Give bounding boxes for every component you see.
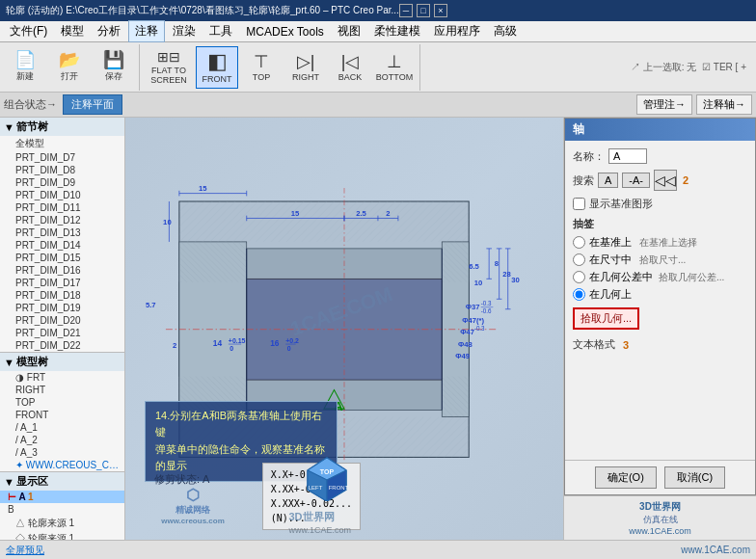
menu-analysis[interactable]: 分析: [92, 21, 126, 41]
radio-dimension[interactable]: [573, 253, 585, 266]
display-label[interactable]: 显示基准图形: [589, 197, 653, 211]
back-view-button[interactable]: |◁ BACK: [329, 46, 371, 89]
menu-view[interactable]: 视图: [332, 21, 366, 41]
radio-sub-1: 在基准上选择: [639, 236, 697, 250]
dim-d12[interactable]: PRT_DIM_D12: [0, 214, 124, 226]
front-item[interactable]: FRONT: [0, 409, 124, 421]
display-section: ▼ 显示区 ⊢ A 1 B △ 轮廓来源 1 ◇ 轮廓来源 1 ◇ 轮廓来源 2…: [0, 472, 124, 540]
menu-tools[interactable]: 工具: [203, 21, 238, 41]
status-left[interactable]: 全屏预见: [6, 544, 44, 557]
svg-rect-10: [179, 242, 247, 282]
frt-item[interactable]: ◑ FRT: [0, 371, 124, 384]
svg-text:15: 15: [291, 209, 300, 218]
dim-d11[interactable]: PRT_DIM_D11: [0, 201, 124, 214]
radio-baseline[interactable]: [573, 236, 585, 249]
open-button[interactable]: 📂 打开: [48, 46, 91, 89]
dim-d18[interactable]: PRT_DIM_D18: [0, 289, 124, 302]
svg-text:LEFT: LEFT: [309, 485, 323, 491]
svg-text:2: 2: [386, 209, 390, 218]
annotation-plane-button[interactable]: 注释平面: [63, 94, 122, 115]
svg-text:30: 30: [511, 276, 520, 284]
geometry-pick-button[interactable]: 拾取几何...: [573, 307, 639, 330]
dim-d21[interactable]: PRT_DIM_D21: [0, 327, 124, 339]
menu-annotation[interactable]: 注释: [128, 20, 165, 42]
display-header[interactable]: ▼ 显示区: [0, 472, 124, 491]
dim-d15[interactable]: PRT_DIM_D15: [0, 252, 124, 264]
menu-flex[interactable]: 柔性建模: [368, 21, 426, 41]
new-icon: 📄: [14, 51, 36, 68]
menu-advanced[interactable]: 高级: [488, 21, 523, 41]
radio-tolerance[interactable]: [573, 271, 585, 283]
model-tree-section: ▼ 模型树 ◑ FRT RIGHT TOP FRONT / A_1 / A_2 …: [0, 353, 124, 472]
title-text: 轮廓 (活动的) E:\Creo工作目录\工作文件\0728\看图练习_轮廓\轮…: [6, 4, 399, 17]
menu-file[interactable]: 文件(F): [4, 21, 53, 41]
axis-a-item[interactable]: ⊢ A 1: [0, 491, 124, 503]
maximize-button[interactable]: □: [417, 4, 430, 17]
dim-d10[interactable]: PRT_DIM_D10: [0, 189, 124, 201]
axis-b-item[interactable]: B: [0, 503, 124, 516]
save-button[interactable]: 💾 保存: [93, 46, 135, 89]
source2-item[interactable]: ◇ 轮廓来源 1: [0, 531, 124, 540]
text-format-label: 文本格式: [573, 337, 615, 352]
all-models-item[interactable]: 全模型: [0, 136, 124, 151]
a3-item[interactable]: / A_3: [0, 446, 124, 459]
dim-d17[interactable]: PRT_DIM_D17: [0, 277, 124, 289]
svg-text:0: 0: [287, 345, 291, 352]
front-view-button[interactable]: ◧ FRONT: [196, 46, 238, 89]
ok-button[interactable]: 确定(O): [595, 466, 657, 489]
dim-d7[interactable]: PRT_DIM_D7: [0, 151, 124, 164]
checkbox-row: 显示基准图形: [573, 197, 747, 211]
menu-model[interactable]: 模型: [55, 21, 90, 41]
new-button[interactable]: 📄 新建: [4, 46, 46, 89]
dim-d22[interactable]: PRT_DIM_D22: [0, 339, 124, 352]
search-btn-dash[interactable]: -A-: [622, 173, 650, 188]
annotation-tree-header[interactable]: ▼ 箭节树: [0, 118, 124, 136]
toolbar-right-status: ☑ TER [ +: [702, 62, 746, 72]
source1-item[interactable]: △ 轮廓来源 1: [0, 516, 124, 531]
bottom-icon: ⊥: [387, 53, 402, 70]
menu-mcadex[interactable]: MCADEx Tools: [240, 23, 329, 40]
right-item[interactable]: RIGHT: [0, 384, 124, 396]
search-btn-a[interactable]: A: [598, 173, 618, 188]
menu-render[interactable]: 渲染: [167, 21, 202, 41]
svg-text:0: 0: [230, 345, 233, 352]
close-button[interactable]: ×: [434, 4, 447, 17]
top-icon: ⊤: [254, 53, 269, 70]
section-title: 抽签: [573, 217, 594, 231]
radio-geometry[interactable]: [573, 288, 585, 301]
top-item[interactable]: TOP: [0, 396, 124, 409]
dim-d8[interactable]: PRT_DIM_D8: [0, 164, 124, 176]
svg-text:-0.3: -0.3: [481, 300, 492, 306]
name-input[interactable]: [608, 148, 647, 164]
annotation-axis-button[interactable]: 注释轴→: [696, 94, 752, 115]
search-btn-back[interactable]: ◁◁: [654, 170, 677, 191]
dim-d14[interactable]: PRT_DIM_D14: [0, 239, 124, 252]
dim-d16[interactable]: PRT_DIM_D16: [0, 264, 124, 277]
dim-d20[interactable]: PRT_DIM_D20: [0, 314, 124, 327]
svg-text:-0.3: -0.3: [474, 325, 485, 332]
a1-item[interactable]: / A_1: [0, 421, 124, 434]
radio-row-4: 在几何上: [573, 287, 747, 302]
minimize-button[interactable]: ─: [399, 4, 413, 17]
svg-text:15: 15: [199, 184, 207, 193]
display-checkbox[interactable]: [573, 198, 585, 210]
manage-annotation-button[interactable]: 管理注→: [636, 94, 692, 115]
right-view-button[interactable]: ▷| RIGHT: [284, 46, 327, 89]
dim-d19[interactable]: PRT_DIM_D19: [0, 302, 124, 314]
dim-d13[interactable]: PRT_DIM_D13: [0, 226, 124, 239]
svg-text:5.7: 5.7: [146, 301, 156, 309]
top-view-button[interactable]: ⊤ TOP: [240, 46, 283, 89]
nav-cube[interactable]: TOP LEFT FRONT: [303, 453, 351, 501]
flat-to-screen-button[interactable]: ⊞⊟ FLAT TOSCREEN: [144, 46, 194, 89]
link-item[interactable]: ✦ WWW.CREOUS_CO...: [0, 459, 124, 471]
drawing-area[interactable]: 15 15 2.5 2 8 28: [125, 118, 563, 540]
menu-apps[interactable]: 应用程序: [428, 21, 486, 41]
open-icon: 📂: [59, 51, 80, 68]
cancel-button[interactable]: 取消(C): [664, 466, 725, 489]
dim-d9[interactable]: PRT_DIM_D9: [0, 176, 124, 189]
a2-item[interactable]: / A_2: [0, 434, 124, 446]
model-tree-header[interactable]: ▼ 模型树: [0, 353, 124, 371]
svg-text:10: 10: [163, 218, 172, 226]
model-tree-label: 模型树: [16, 355, 48, 369]
bottom-view-button[interactable]: ⊥ BOTTOM: [373, 46, 416, 89]
